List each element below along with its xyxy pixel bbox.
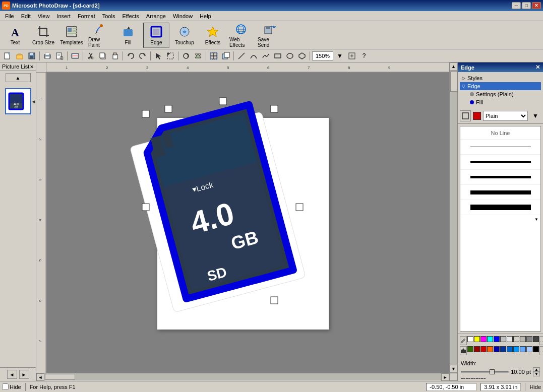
hscroll-left-button[interactable]: ◄ <box>36 373 44 381</box>
color-light-gray[interactable] <box>507 336 513 342</box>
collapse-arrow[interactable]: ◄ <box>31 99 36 104</box>
copy-button[interactable] <box>97 50 108 61</box>
color-cyan[interactable] <box>487 336 493 342</box>
print-button[interactable] <box>42 50 53 61</box>
color-dark-blue[interactable] <box>494 346 500 352</box>
style-ultra-thick-line[interactable] <box>460 200 540 215</box>
color-orange[interactable] <box>487 346 493 352</box>
zoom-input[interactable]: 150% <box>312 51 333 60</box>
new-button[interactable] <box>2 50 13 61</box>
style-thin-line[interactable] <box>460 140 540 155</box>
style-no-line[interactable]: No Line <box>460 126 540 140</box>
edge-button[interactable]: Edge <box>143 23 169 48</box>
picture-list-up-arrow[interactable]: ▲ <box>6 73 31 82</box>
redo-button[interactable] <box>137 50 148 61</box>
menu-arrange[interactable]: Arrange <box>143 12 169 20</box>
palette-more-colors-icon[interactable]: … <box>539 346 543 355</box>
style-thick-line[interactable] <box>460 170 540 185</box>
picture-list-scroll-left[interactable]: ◄ <box>7 370 17 379</box>
order-button[interactable] <box>220 50 231 61</box>
hide-checkbox[interactable] <box>2 383 9 390</box>
crop-size-button[interactable]: Crop Size <box>30 23 56 48</box>
undo-button[interactable] <box>125 50 136 61</box>
arc-tool-button[interactable] <box>248 50 259 61</box>
menu-edit[interactable]: Edit <box>18 12 34 20</box>
rect-shape-button[interactable] <box>272 50 283 61</box>
maximize-button[interactable]: □ <box>522 2 531 9</box>
picture-list-scroll-right[interactable]: ► <box>19 370 29 379</box>
edge-style-select[interactable]: Plain Dashed Dotted Double <box>483 111 528 121</box>
color-sky-blue[interactable] <box>520 346 526 352</box>
color-dark-red[interactable] <box>474 346 480 352</box>
print-preview-button[interactable] <box>54 50 65 61</box>
text-button[interactable]: A Text <box>2 23 28 48</box>
selection-handle-tc[interactable] <box>219 98 226 105</box>
touchup-button[interactable]: Touchup <box>171 23 198 48</box>
effects-button[interactable]: Effects <box>200 23 226 48</box>
menu-effects[interactable]: Effects <box>119 12 142 20</box>
width-spin-up[interactable]: ▲ <box>533 367 540 372</box>
pointer-button[interactable] <box>153 50 164 61</box>
color-dark-gray[interactable] <box>533 336 539 342</box>
hscroll-track[interactable] <box>44 373 441 380</box>
color-silver[interactable] <box>500 336 506 342</box>
color-white[interactable] <box>467 336 473 342</box>
color-yellow[interactable] <box>474 336 480 342</box>
picture-thumbnail-1[interactable]: 4.0 GB <box>5 88 31 114</box>
tree-item-styles[interactable]: ▷ Styles <box>460 74 541 82</box>
help-button[interactable]: ? <box>358 50 370 61</box>
selection-handle-br[interactable] <box>271 297 278 304</box>
line-tool-button[interactable] <box>236 50 247 61</box>
zoom-dropdown-button[interactable]: ▼ <box>334 50 345 61</box>
style-medium-line[interactable] <box>460 155 540 170</box>
polygon-shape-button[interactable] <box>296 50 308 61</box>
paste-button[interactable] <box>109 50 120 61</box>
style-very-thick-line[interactable] <box>460 185 540 200</box>
flip-button[interactable] <box>193 50 204 61</box>
color-pale-blue[interactable] <box>526 346 532 352</box>
vscroll-down-button[interactable]: ▼ <box>450 365 457 373</box>
palette-more-icon[interactable]: … <box>539 336 543 345</box>
color-magenta[interactable] <box>480 336 487 342</box>
menu-format[interactable]: Format <box>75 12 98 20</box>
menu-file[interactable]: File <box>2 12 17 20</box>
selection-handle-ml[interactable] <box>142 204 149 211</box>
color-medium-blue[interactable] <box>507 346 513 352</box>
color-gray-2[interactable] <box>520 336 526 342</box>
selection-handle-tr[interactable] <box>271 105 278 112</box>
width-spin-down[interactable]: ▼ <box>533 372 540 376</box>
color-black[interactable] <box>533 346 539 352</box>
palette-eyedropper-icon[interactable] <box>460 336 467 345</box>
edge-color-swatch[interactable] <box>473 112 481 120</box>
edge-panel-close-button[interactable]: ✕ <box>535 64 540 71</box>
style-list-down-arrow[interactable]: ▼ <box>533 216 539 222</box>
selection-handle-tl[interactable] <box>165 105 172 112</box>
color-light-blue[interactable] <box>513 346 519 352</box>
edge-style-icon[interactable] <box>460 110 471 121</box>
picture-list-close-button[interactable]: ✕ <box>30 64 34 70</box>
close-button[interactable]: ✕ <box>532 2 541 9</box>
menu-insert[interactable]: Insert <box>53 12 74 20</box>
group-button[interactable] <box>208 50 219 61</box>
save-button[interactable] <box>26 50 37 61</box>
color-dark-green[interactable] <box>467 346 473 352</box>
color-navy[interactable] <box>500 346 506 352</box>
palette-fill-icon[interactable] <box>460 346 467 355</box>
hscroll-thumb[interactable] <box>45 374 75 380</box>
freehand-button[interactable] <box>260 50 271 61</box>
minimize-button[interactable]: ─ <box>512 2 521 9</box>
vscroll-track[interactable] <box>450 71 457 365</box>
ellipse-shape-button[interactable] <box>284 50 295 61</box>
save-send-button[interactable]: Save Send <box>256 23 282 48</box>
web-effects-button[interactable]: Web Effects <box>228 23 254 48</box>
vscroll-thumb[interactable] <box>450 72 457 92</box>
sd-card-visual[interactable]: ▾Lock 4.0 GB SD <box>122 95 324 347</box>
color-gray-3[interactable] <box>526 336 532 342</box>
color-red[interactable] <box>480 346 487 352</box>
vscroll-up-button[interactable]: ▲ <box>450 62 457 71</box>
cut-button[interactable] <box>85 50 96 61</box>
zoom-fit-button[interactable] <box>346 50 357 61</box>
selection-handle-extra[interactable] <box>142 110 149 117</box>
color-gray-1[interactable] <box>513 336 519 342</box>
width-slider-thumb[interactable] <box>490 369 495 374</box>
